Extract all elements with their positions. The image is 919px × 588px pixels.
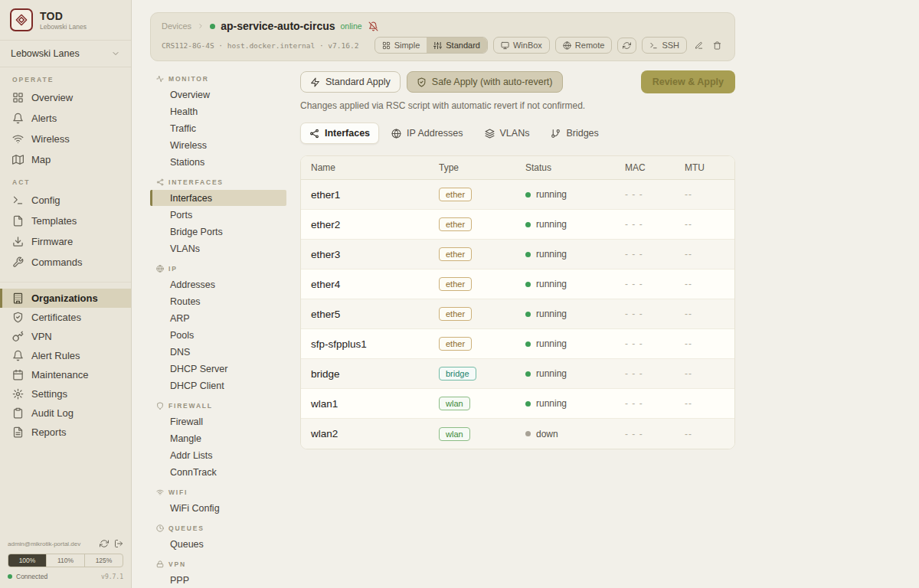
status-label: running [536, 338, 567, 349]
delete-button[interactable] [711, 38, 724, 53]
sidebar-item-certificates[interactable]: Certificates [0, 308, 131, 327]
table-row[interactable]: sfp-sfpplus1 ether running - - - -- [301, 329, 734, 359]
winbox-button[interactable]: WinBox [493, 37, 550, 54]
zoom-110-button[interactable]: 110% [47, 554, 85, 567]
status-label: running [536, 398, 567, 409]
subnav-item-firewall[interactable]: Firewall [150, 413, 286, 430]
subnav-item-bridge-ports[interactable]: Bridge Ports [150, 224, 286, 240]
subnav-item-dns[interactable]: DNS [150, 344, 286, 360]
subnav-item-health[interactable]: Health [150, 103, 286, 119]
subnav-item-conntrack[interactable]: ConnTrack [150, 464, 286, 480]
org-selector[interactable]: Lebowski Lanes [0, 41, 131, 67]
sidebar-item-overview[interactable]: Overview [0, 87, 131, 108]
col-mac: MAC [615, 162, 675, 173]
type-badge: ether [439, 337, 472, 351]
sidebar-item-reports[interactable]: Reports [0, 423, 131, 442]
bell-icon [12, 113, 24, 124]
content-panel: Standard Apply Safe Apply (with auto-rev… [300, 70, 735, 588]
subnav-item-dhcp-client[interactable]: DHCP Client [150, 377, 286, 394]
refresh-button[interactable] [617, 38, 636, 54]
subnav-item-queues[interactable]: Queues [150, 536, 286, 552]
subnav-item-interfaces[interactable]: Interfaces [150, 190, 286, 206]
subnav-item-dhcp-server[interactable]: DHCP Server [150, 361, 286, 377]
table-row[interactable]: ether2 ether running - - - -- [301, 210, 734, 240]
interface-name: bridge [301, 368, 429, 380]
table-row[interactable]: ether3 ether running - - - -- [301, 240, 734, 270]
interfaces-table: Name Type Status MAC MTU ether1 ether ru… [300, 155, 735, 449]
sidebar-item-organizations[interactable]: Organizations [0, 289, 131, 308]
bell-off-icon[interactable] [368, 21, 378, 31]
logout-icon[interactable] [114, 539, 123, 548]
subnav-item-wifi-config[interactable]: WiFi Config [150, 500, 286, 516]
col-type: Type [429, 162, 515, 173]
table-row[interactable]: bridge bridge running - - - -- [301, 359, 734, 389]
table-row[interactable]: ether4 ether running - - - -- [301, 270, 734, 299]
zoom-125-button[interactable]: 125% [85, 554, 123, 567]
tab-vlans[interactable]: VLANs [476, 122, 539, 144]
sidebar-item-vpn[interactable]: VPN [0, 327, 131, 346]
subnav-item-mangle[interactable]: Mangle [150, 430, 286, 446]
standard-apply-button[interactable]: Standard Apply [300, 71, 401, 93]
network-icon [156, 178, 164, 186]
remote-label: Remote [575, 41, 605, 50]
refresh-icon[interactable] [100, 539, 109, 548]
ssh-button[interactable]: SSH [642, 37, 687, 54]
sidebar-item-templates[interactable]: Templates [0, 211, 131, 231]
sidebar-item-settings[interactable]: Settings [0, 384, 131, 403]
subnav-item-ppp[interactable]: PPP [150, 572, 286, 588]
tab-ip-addresses[interactable]: IP Addresses [382, 122, 472, 144]
simple-mode-button[interactable]: Simple [375, 38, 427, 53]
network-icon [309, 129, 319, 139]
tab-bridges[interactable]: Bridges [541, 122, 607, 144]
table-row[interactable]: wlan1 wlan running - - - -- [301, 389, 734, 419]
subnav-item-addresses[interactable]: Addresses [150, 276, 286, 292]
edit-button[interactable] [692, 38, 705, 53]
status-dot [525, 192, 531, 198]
winbox-label: WinBox [513, 41, 542, 50]
sidebar-item-config[interactable]: Config [0, 190, 131, 211]
sidebar-item-label: Audit Log [31, 407, 74, 419]
subnav-item-routes[interactable]: Routes [150, 293, 286, 309]
sidebar-item-label: Maintenance [31, 369, 88, 381]
sidebar-item-maintenance[interactable]: Maintenance [0, 365, 131, 384]
table-row[interactable]: ether1 ether running - - - -- [301, 180, 734, 210]
subnav-item-wireless[interactable]: Wireless [150, 137, 286, 153]
subnav-item-pools[interactable]: Pools [150, 327, 286, 343]
subnav-item-ports[interactable]: Ports [150, 207, 286, 223]
subnav-item-overview[interactable]: Overview [150, 87, 286, 103]
sidebar-item-label: Alert Rules [31, 350, 80, 361]
review-apply-button[interactable]: Review & Apply [641, 70, 735, 93]
sidebar-item-alerts[interactable]: Alerts [0, 108, 131, 129]
safe-apply-button[interactable]: Safe Apply (with auto-revert) [407, 71, 563, 93]
building-icon [12, 292, 24, 304]
zoom-100-button[interactable]: 100% [8, 554, 47, 567]
table-row[interactable]: ether5 ether running - - - -- [301, 299, 734, 329]
subnav-item-arp[interactable]: ARP [150, 310, 286, 326]
mtu-value: -- [675, 249, 734, 260]
gear-icon [12, 388, 24, 400]
subnav-item-vlans[interactable]: VLANs [150, 240, 286, 256]
subnav-item-addr-lists[interactable]: Addr Lists [150, 447, 286, 463]
content-tabs: Interfaces IP Addresses VLANs Bridges [300, 122, 735, 144]
table-row[interactable]: wlan2 wlan down - - - -- [301, 419, 734, 449]
sidebar-item-audit-log[interactable]: Audit Log [0, 403, 131, 423]
mac-value: - - - [615, 189, 675, 200]
key-icon [12, 331, 24, 342]
sidebar-item-commands[interactable]: Commands [0, 252, 131, 273]
tab-interfaces[interactable]: Interfaces [300, 122, 379, 144]
subnav-item-traffic[interactable]: Traffic [150, 120, 286, 136]
type-badge: bridge [439, 367, 476, 381]
standard-mode-button[interactable]: Standard [427, 38, 487, 53]
sidebar-item-label: Commands [31, 256, 82, 268]
sidebar-item-alert-rules[interactable]: Alert Rules [0, 346, 131, 365]
sidebar-item-wireless[interactable]: Wireless [0, 129, 131, 149]
status-label: running [536, 249, 567, 260]
type-badge: ether [439, 188, 472, 201]
subnav-item-stations[interactable]: Stations [150, 154, 286, 170]
sidebar-item-firmware[interactable]: Firmware [0, 231, 131, 252]
remote-button[interactable]: Remote [555, 37, 613, 54]
sidebar-item-map[interactable]: Map [0, 149, 131, 170]
type-badge: ether [439, 307, 472, 321]
sliders-icon [433, 41, 442, 50]
breadcrumb-devices-link[interactable]: Devices [162, 21, 191, 31]
